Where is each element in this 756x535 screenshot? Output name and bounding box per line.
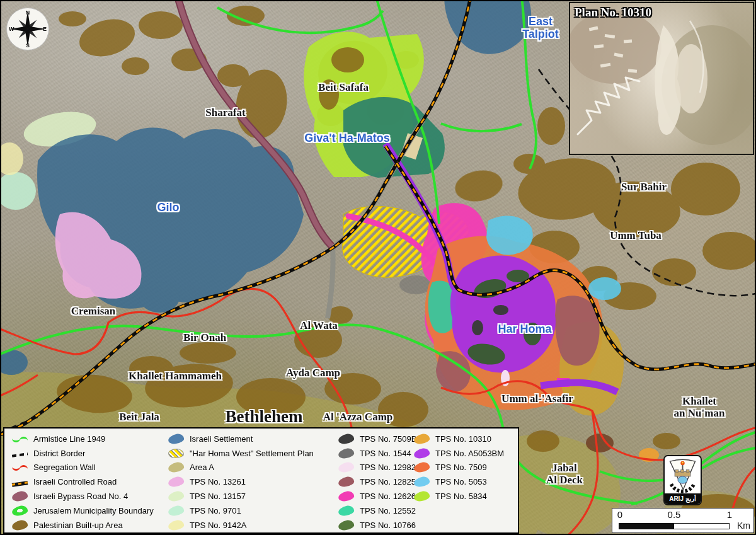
map-place-label: Umm Tuba <box>610 229 662 241</box>
legend-label: TPS No. 9142A <box>190 521 246 530</box>
legend-swatch-icon <box>338 476 355 488</box>
legend-swatch-icon <box>12 434 28 444</box>
givat-hamatos-plans <box>304 32 444 178</box>
legend-swatch-icon <box>12 463 28 472</box>
map-place-label: Gilo <box>158 201 180 214</box>
legend-item: TPS No. 12626 <box>338 489 416 503</box>
legend-label: TPS No. 1544 <box>360 449 411 458</box>
legend-column-4: TPS No. 10310 TPS No. A5053BM TPS No. 75… <box>414 432 504 503</box>
scale-bar-graphic <box>619 523 730 529</box>
legend-swatch-icon <box>338 505 355 517</box>
legend-label: TPS No. 12626 <box>360 492 416 501</box>
map-place-label: Bir Onah <box>183 331 226 343</box>
map-place-label: Cremisan <box>71 305 116 317</box>
arij-logo: ARIJ أريج <box>663 455 702 505</box>
map-place-label: Sur Bahir <box>621 181 667 193</box>
map-place-label: Khallet Hammameh <box>129 370 222 382</box>
legend-swatch-icon <box>168 505 185 517</box>
arij-wordmark: ARIJ أريج <box>665 493 701 504</box>
legend-column-2: Israeli Settlement "Har Homa West" Settl… <box>168 432 314 532</box>
map-place-label: Sharafat <box>205 106 245 118</box>
legend-item: Area A <box>168 461 314 475</box>
compass-n: N <box>26 9 30 16</box>
legend-label: Israeli Controlled Road <box>33 477 117 486</box>
legend-item: TPS No. 9142A <box>168 518 314 532</box>
legend-label: TPS No. A5053BM <box>435 449 504 458</box>
legend-item: "Har Homa West" Settlement Plan <box>168 446 314 461</box>
legend-item: TPS No. 10310 <box>414 432 504 446</box>
legend-column-1: Armistice Line 1949 District Border Segr… <box>12 432 154 532</box>
legend-label: Israeli Bypass Road No. 4 <box>33 492 128 501</box>
legend-swatch-icon <box>168 449 184 458</box>
legend-label: TPS No. 10310 <box>435 434 491 444</box>
map-place-label: Beit Jala <box>119 411 159 423</box>
legend-swatch-icon <box>338 490 355 502</box>
legend-label: "Har Homa West" Settlement Plan <box>190 449 314 458</box>
legend-item: District Border <box>12 446 154 461</box>
legend-item: TPS No. 7509B <box>338 432 416 446</box>
legend-swatch-icon <box>11 490 28 502</box>
legend-item: Palestinian Built-up Area <box>12 518 154 532</box>
legend-label: Armistice Line 1949 <box>33 434 105 444</box>
legend-label: Jerusalem Municipality Boundary <box>33 506 154 515</box>
map-place-label: Giva't Ha-Matos <box>304 132 389 144</box>
legend-swatch-icon <box>11 505 28 517</box>
scale-bar-fill <box>619 524 674 529</box>
scale-tick-0: 0 <box>617 509 622 520</box>
legend-swatch-icon <box>168 433 185 445</box>
legend-swatch-icon <box>168 490 185 502</box>
legend-item: TPS No. A5053BM <box>414 446 504 461</box>
legend-label: TPS No. 12982 <box>360 463 416 472</box>
compass-s: S <box>26 42 30 49</box>
map-canvas: East Talpiot Beit Safafa Sharafat Giva't… <box>0 0 756 535</box>
har-homa-plan-cluster <box>425 216 659 462</box>
scale-tick-1: 1 <box>727 509 732 520</box>
legend-label: TPS No. 9701 <box>190 506 241 515</box>
legend-label: TPS No. 12552 <box>360 506 416 515</box>
legend-label: TPS No. 5053 <box>435 477 487 486</box>
inset-title: Plan No. 10310 <box>575 6 651 20</box>
legend-item: TPS No. 13261 <box>168 475 314 489</box>
legend-item: Armistice Line 1949 <box>12 432 154 446</box>
legend-label: Israeli Settlement <box>190 434 253 444</box>
legend-item: Israeli Bypass Road No. 4 <box>12 489 154 503</box>
legend-label: TPS No. 5834 <box>435 492 487 501</box>
legend-label: District Border <box>33 449 85 458</box>
legend-swatch-icon <box>168 476 185 488</box>
legend-label: TPS No. 12825 <box>360 477 416 486</box>
legend-item: TPS No. 5834 <box>414 489 504 503</box>
legend-swatch-icon <box>12 481 28 486</box>
arij-emblem-icon <box>665 456 701 494</box>
inset-aerial-art <box>570 3 753 154</box>
legend-label: Palestinian Built-up Area <box>33 521 123 530</box>
map-place-label: Bethlehem <box>226 407 303 426</box>
legend-swatch-icon <box>168 519 185 531</box>
compass-e: E <box>43 26 47 32</box>
legend-label: TPS No. 7509 <box>435 463 487 472</box>
legend-item: Israeli Settlement <box>168 432 314 446</box>
legend-swatch-icon <box>413 447 430 459</box>
map-place-label: Umm al-'Asafir <box>501 393 573 405</box>
legend-item: Jerusalem Municipality Boundary <box>12 503 154 518</box>
plan-inset-map: Plan No. 10310 <box>569 2 754 155</box>
legend-label: Area A <box>190 463 214 472</box>
legend-panel: Armistice Line 1949 District Border Segr… <box>3 427 519 534</box>
legend-item: TPS No. 10766 <box>338 518 416 532</box>
legend-item: TPS No. 12982 <box>338 461 416 475</box>
legend-swatch-icon <box>338 461 355 473</box>
scale-bar: 0 0.5 1 Km <box>612 508 754 533</box>
map-place-label: Beit Safafa <box>318 81 369 93</box>
legend-column-3: TPS No. 7509B TPS No. 1544 TPS No. 12982… <box>338 432 416 532</box>
legend-label: Segregation Wall <box>33 463 96 472</box>
legend-swatch-icon <box>413 490 430 502</box>
legend-swatch-icon <box>168 461 185 473</box>
scale-unit: Km <box>737 521 750 531</box>
legend-item: Israeli Controlled Road <box>12 475 154 489</box>
legend-item: TPS No. 9701 <box>168 503 314 518</box>
legend-swatch-icon <box>11 519 28 531</box>
legend-swatch-icon <box>413 476 430 488</box>
map-place-label: Jabal Al Deck <box>546 462 583 486</box>
scale-tick-05: 0.5 <box>668 509 681 520</box>
map-place-label: Al 'Azza Camp <box>323 411 392 423</box>
legend-item: TPS No. 12552 <box>338 503 416 518</box>
